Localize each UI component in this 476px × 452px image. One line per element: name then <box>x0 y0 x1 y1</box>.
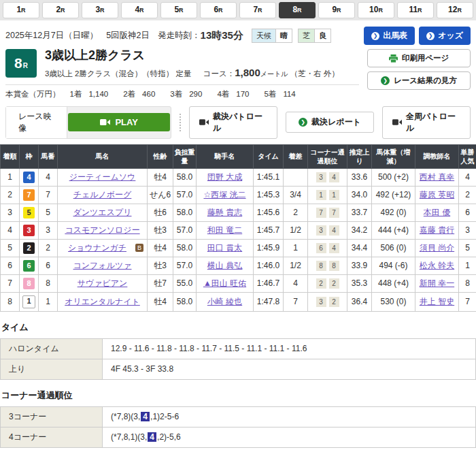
finish-position: 5 <box>1 239 20 257</box>
bracket-badge: 5 <box>23 207 35 219</box>
trainer-cell: 西村 真幸 <box>415 168 459 186</box>
corner4-value: (*7,8,1)(3,4,2)-5,6 <box>103 427 476 447</box>
tab-11r[interactable]: 11R <box>397 2 434 18</box>
tab-7r[interactable]: 7R <box>239 2 276 18</box>
bracket-cell: 5 <box>20 204 39 221</box>
trainer-link[interactable]: 松永 幹夫 <box>420 261 454 270</box>
weather-value: 晴 <box>275 29 292 42</box>
jockey-link[interactable]: 和田 竜二 <box>207 225 242 235</box>
trainer-link[interactable]: 嘉藤 貴行 <box>420 225 454 235</box>
margin: 4 <box>284 274 308 292</box>
corner-order-cell: 34 <box>308 221 347 239</box>
trainer-link[interactable]: 西村 真幸 <box>420 172 454 182</box>
sex-age: 牡4 <box>148 168 173 186</box>
jockey-link[interactable]: 藤懸 貴志 <box>207 208 242 217</box>
result-row-5: 5 2 2 Bショウナンガチ 牡4 58.0 田口 貫太 1:45.9 1 64… <box>1 239 476 257</box>
tab-2r[interactable]: 2R <box>42 2 79 18</box>
result-row-6: 6 6 6 コンフォルツァ 牡3 57.0 横山 典弘 1:46.0 1/2 8… <box>1 257 476 274</box>
bracket-badge: 2 <box>23 242 35 254</box>
corner-position: 3 <box>316 225 326 236</box>
col-margin: 着差 <box>284 144 308 168</box>
corner3-value: (*7,8)(3,4,1)2-5-6 <box>103 406 476 427</box>
stewards-report-label: 裁決レポート <box>311 116 361 128</box>
horse-name-link[interactable]: ダンツエスプリ <box>73 208 132 217</box>
bracket-badge: 3 <box>23 225 35 236</box>
sex-age: 牡4 <box>148 239 173 257</box>
sex-age: 牡3 <box>148 257 173 274</box>
tab-8r-active[interactable]: 8R <box>279 2 316 18</box>
jockey-link[interactable]: 団野 大成 <box>207 172 242 182</box>
last-furlongs-label: 上り <box>1 359 103 379</box>
jockey-link[interactable]: 小崎 綾也 <box>207 297 242 306</box>
stewards-report-button[interactable]: ❯ 裁決レポート <box>286 112 374 133</box>
finish-time: 1:45.3 <box>254 186 284 204</box>
last-furlongs-value: 4F 45.3 - 3F 33.8 <box>103 359 476 379</box>
prize-place: 4着 <box>217 89 229 99</box>
horse-name-link[interactable]: コンフォルツァ <box>73 261 132 270</box>
tab-10r[interactable]: 10R <box>358 2 394 18</box>
trainer-link[interactable]: 井上 智史 <box>420 297 454 306</box>
margin: 7 <box>284 292 308 311</box>
col-horse-name: 馬名 <box>58 144 148 168</box>
finish-time: 1:46.0 <box>254 257 284 274</box>
stewards-patrol-label: 裁決パトロール <box>213 111 267 134</box>
margin: 1/2 <box>284 221 308 239</box>
corner-position: 3 <box>316 172 326 182</box>
tab-1r[interactable]: 1R <box>3 2 39 18</box>
result-row-1: 1 4 4 ジーティームソウ 牡4 58.0 団野 大成 1:45.1 34 3… <box>1 168 476 186</box>
jockey-link[interactable]: 田口 貫太 <box>207 243 242 253</box>
trainer-link[interactable]: 須貝 尚介 <box>420 243 454 253</box>
odds-button[interactable]: ❯ オッズ <box>419 27 471 45</box>
corner-order-cell: 32 <box>308 292 347 311</box>
results-guide-button[interactable]: ❯ レース結果の見方 <box>367 71 471 90</box>
corner-position: 2 <box>329 278 339 289</box>
trainer-link[interactable]: 本田 優 <box>424 208 450 217</box>
col-finish-position: 着順 <box>1 144 20 168</box>
jockey-cell: ☆西塚 洸二 <box>197 186 254 204</box>
trainer-cell: 須貝 尚介 <box>415 239 459 257</box>
tab-suffix: R <box>337 7 341 14</box>
carried-weight: 58.0 <box>173 239 197 257</box>
tab-3r[interactable]: 3R <box>82 2 118 18</box>
tab-9r[interactable]: 9R <box>318 2 355 18</box>
course-detail: （芝・右 外） <box>290 69 339 78</box>
entries-button[interactable]: ❯ 出馬表 <box>364 27 415 45</box>
horse-name-link[interactable]: チェルノボーグ <box>73 190 132 199</box>
tab-suffix: R <box>258 7 262 14</box>
horse-name-link[interactable]: ショウナンガチ <box>68 243 126 253</box>
trainer-link[interactable]: 藤原 英昭 <box>420 190 454 199</box>
corner-position: 1 <box>316 190 326 200</box>
furlong-time-row: ハロンタイム 12.9 - 11.6 - 11.8 - 11.8 - 11.7 … <box>1 338 476 359</box>
tab-suffix: R <box>21 7 26 14</box>
tab-6r[interactable]: 6R <box>200 2 237 18</box>
jockey-link[interactable]: 横山 典弘 <box>207 261 242 270</box>
jockey-link[interactable]: ▲田山 旺佑 <box>203 278 246 288</box>
horse-name-link[interactable]: ジーティームソウ <box>69 172 136 182</box>
print-page-button[interactable]: 印刷用ページ <box>367 49 471 67</box>
tab-4r[interactable]: 4R <box>121 2 158 18</box>
start-time-value: 13時35分 <box>201 29 243 42</box>
sex-age: せん6 <box>148 186 173 204</box>
horse-name-link[interactable]: コスモアンソロジー <box>65 225 139 235</box>
full-patrol-label: 全周パトロール <box>406 111 460 134</box>
play-button[interactable]: PLAY <box>68 113 170 131</box>
horse-name-link[interactable]: サヴァビアン <box>78 278 128 288</box>
corner-order-cell: 11 <box>308 186 347 204</box>
play-button-label: PLAY <box>115 117 137 127</box>
tab-5r[interactable]: 5R <box>160 2 197 18</box>
prize-amount: 290 <box>189 90 202 98</box>
last-3f: 33.7 <box>347 204 372 221</box>
video-bar: レース映像 PLAY 裁決パトロール ❯ 裁決レポート 全周パトロール <box>0 103 476 144</box>
last-3f: 34.4 <box>347 239 372 257</box>
trainer-link[interactable]: 新開 幸一 <box>420 278 454 288</box>
jockey-link[interactable]: ☆西塚 洸二 <box>203 190 245 199</box>
horse-name-link[interactable]: オリエンタルナイト <box>65 297 140 306</box>
full-patrol-button[interactable]: 全周パトロール <box>382 106 471 139</box>
highlighted-horse-number: 4 <box>148 432 156 442</box>
divider <box>5 84 359 85</box>
finish-time: 1:45.6 <box>254 204 284 221</box>
horse-name-cell: コスモアンソロジー <box>58 221 148 239</box>
col-carried-weight: 負担重量 <box>173 144 197 168</box>
stewards-patrol-button[interactable]: 裁決パトロール <box>189 106 277 139</box>
tab-12r[interactable]: 12R <box>437 2 473 18</box>
